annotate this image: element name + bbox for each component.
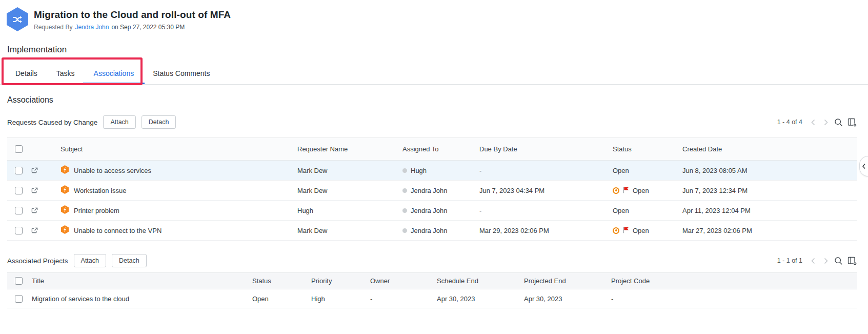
external-link-icon[interactable] [31,227,60,234]
projects-attach-button[interactable]: Attach [74,254,106,267]
select-all-checkbox[interactable] [15,277,23,285]
project-status: Open [252,295,311,303]
chevron-left-icon[interactable] [810,257,817,265]
request-subject: Workstation issue [74,187,126,194]
requests-table: Subject Requester Name Assigned To Due B… [7,137,857,241]
requester-name: Mark Dew [297,227,402,234]
assigned-to: Hugh [411,167,427,174]
select-all-checkbox[interactable] [15,145,23,153]
project-code: - [611,295,857,303]
priority-ring-icon [613,227,619,234]
incident-badge-icon [60,205,69,215]
right-panel-expand-handle[interactable] [859,156,868,176]
project-priority: High [311,295,370,303]
page-header: Migration to the Cloud and roll-out of M… [0,0,868,31]
priority-ring-icon [613,187,619,194]
tab-tasks[interactable]: Tasks [56,62,75,84]
external-link-icon[interactable] [31,167,60,174]
assigned-to: Jendra John [411,227,448,234]
tab-strip: Details Tasks Associations Status Commen… [0,62,868,85]
red-flag-icon [622,226,630,235]
col-owner: Owner [370,277,437,285]
col-project-code: Project Code [611,277,857,285]
projects-pagination-text: 1 - 1 of 1 [777,257,802,264]
project-projected-end: Apr 30, 2023 [524,295,611,303]
col-priority: Priority [311,277,370,285]
request-subject: Unable to connect to the VPN [74,227,162,234]
col-subject: Subject [60,145,297,153]
created-date: Jun 7, 2023 12:34 PM [682,187,857,194]
requests-pagination-text: 1 - 4 of 4 [777,119,802,126]
associations-heading: Associations [7,95,868,105]
chevron-left-icon[interactable] [810,119,817,126]
row-checkbox[interactable] [15,207,23,214]
col-due-by-date: Due By Date [479,145,613,153]
project-title: Migration of services to the cloud [32,295,252,303]
change-shuffle-icon [7,7,28,31]
due-by-date: - [479,207,613,214]
row-checkbox[interactable] [15,167,23,174]
request-subject: Unable to access services [74,167,151,174]
avatar [402,208,407,213]
header-text: Migration to the Cloud and roll-out of M… [34,7,231,31]
row-checkbox[interactable] [15,227,23,234]
requests-section-header: Requests Caused by Change Attach Detach … [7,115,857,129]
requests-pager: 1 - 4 of 4 [777,117,857,127]
col-assigned-to: Assigned To [402,145,479,153]
status-text: Open [633,187,649,194]
due-by-date: - [479,167,613,174]
assigned-to: Jendra John [411,187,448,194]
table-row[interactable]: Workstation issue Mark Dew Jendra John J… [7,181,857,201]
requester-link[interactable]: Jendra John [75,24,109,31]
incident-badge-icon [60,225,69,235]
created-date: Mar 27, 2023 02:06 PM [682,227,857,234]
requester-name: Hugh [297,207,402,214]
created-date: Jun 8, 2023 08:05 AM [682,167,857,174]
due-by-date: Mar 29, 2023 02:06 PM [479,227,613,234]
incident-badge-icon [60,165,69,175]
avatar [402,188,407,193]
requests-table-header: Subject Requester Name Assigned To Due B… [7,137,857,161]
requester-name: Mark Dew [297,187,402,194]
tab-associations[interactable]: Associations [83,62,145,84]
requested-on-text: on Sep 27, 2022 05:30 PM [111,24,185,31]
table-row[interactable]: Migration of services to the cloud Open … [7,289,857,308]
chevron-right-icon[interactable] [822,257,830,265]
search-icon[interactable] [834,118,843,127]
table-row[interactable]: Printer problem Hugh Jendra John - Open … [7,201,857,221]
row-checkbox[interactable] [15,295,23,303]
col-projected-end: Projected End [524,277,611,285]
column-chooser-icon[interactable] [847,117,857,127]
red-flag-icon [622,186,630,195]
incident-badge-icon [60,185,69,195]
status-text: Open [633,227,649,234]
status-text: Open [613,167,629,174]
projects-detach-button[interactable]: Detach [112,254,147,267]
table-row[interactable]: Unable to connect to the VPN Mark Dew Je… [7,221,857,241]
created-date: Apr 11, 2023 12:04 PM [682,207,857,214]
external-link-icon[interactable] [31,187,60,194]
projects-section-header: Associated Projects Attach Detach 1 - 1 … [7,254,857,267]
col-created-date: Created Date [682,145,857,153]
status-text: Open [613,207,629,214]
requested-by-line: Requested By Jendra John on Sep 27, 2022… [34,24,231,31]
external-link-icon[interactable] [31,207,60,214]
table-row[interactable]: Unable to access services Mark Dew Hugh … [7,161,857,181]
requests-attach-button[interactable]: Attach [103,115,135,129]
projects-table: Title Status Priority Owner Schedule End… [7,272,857,308]
page-title: Migration to the Cloud and roll-out of M… [34,9,231,21]
chevron-right-icon[interactable] [822,119,830,126]
column-chooser-icon[interactable] [847,256,857,266]
col-status: Status [252,277,311,285]
requester-name: Mark Dew [297,167,402,174]
project-owner: - [370,295,437,303]
tab-status-comments[interactable]: Status Comments [153,62,210,84]
change-request-page: Migration to the Cloud and roll-out of M… [0,0,868,334]
row-checkbox[interactable] [15,187,23,194]
requests-section-title: Requests Caused by Change [7,119,97,126]
tab-details[interactable]: Details [15,62,37,84]
avatar [402,168,407,173]
col-title: Title [32,277,252,285]
search-icon[interactable] [834,257,843,265]
requests-detach-button[interactable]: Detach [142,115,176,129]
